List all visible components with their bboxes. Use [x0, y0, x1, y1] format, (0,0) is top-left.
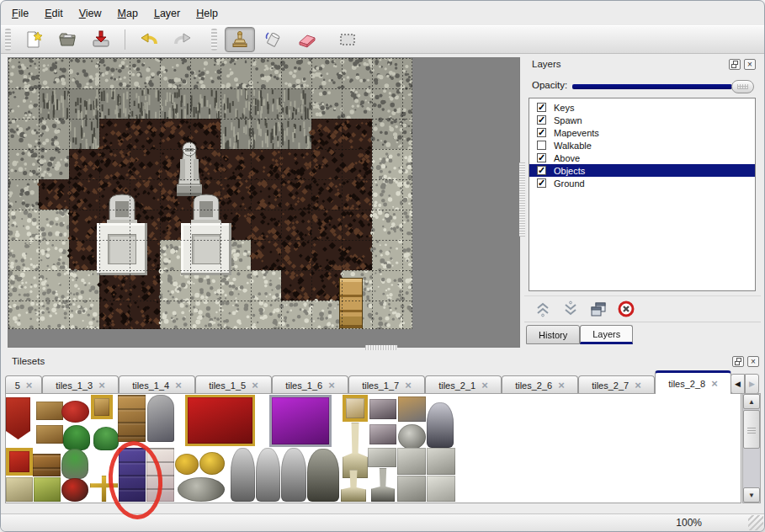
menu-item-edit[interactable]: Edit — [37, 5, 72, 22]
resize-grip[interactable] — [748, 515, 763, 530]
scrollbar-thumb[interactable] — [743, 410, 760, 449]
tileset-tab-5[interactable]: 5× — [5, 375, 42, 394]
tileset-tile-gold-pile[interactable] — [199, 452, 225, 475]
tileset-tile-red-banner[interactable] — [6, 397, 30, 439]
tileset-tile-framed-portrait[interactable] — [343, 395, 368, 422]
tileset-tab-tiles_1_4[interactable]: tiles_1_4× — [119, 375, 195, 394]
layer-row-keys[interactable]: ✓Keys — [529, 101, 755, 114]
tileset-tile-wall-tile-4[interactable] — [397, 476, 426, 502]
redo-button[interactable] — [167, 27, 198, 52]
tileset-tab-tiles_2_6[interactable]: tiles_2_6× — [502, 375, 578, 394]
tileset-tab-tiles_2_8[interactable]: tiles_2_8× — [655, 370, 731, 394]
menu-item-map[interactable]: Map — [110, 5, 146, 22]
checkbox-checked[interactable]: ✓ — [537, 178, 546, 188]
checkbox-checked[interactable]: ✓ — [537, 128, 546, 137]
layers-float-button[interactable] — [729, 59, 741, 70]
checkbox-checked[interactable]: ✓ — [537, 166, 546, 175]
toolbar-grip-2[interactable] — [211, 29, 217, 51]
tab-scroll-left-button[interactable]: ◀ — [730, 374, 745, 394]
tab-close-icon[interactable]: × — [26, 381, 33, 390]
layer-move-up-button[interactable] — [533, 299, 553, 319]
layer-row-spawn[interactable]: ✓Spawn — [529, 114, 755, 126]
tab-close-icon[interactable]: × — [405, 381, 412, 390]
save-map-button[interactable] — [86, 27, 116, 52]
map-canvas[interactable] — [8, 58, 519, 347]
tileset-tile-purple-throne[interactable] — [269, 395, 332, 447]
tileset-tab-tiles_2_1[interactable]: tiles_2_1× — [425, 375, 502, 394]
tileset-tile-loom-top[interactable] — [36, 402, 63, 420]
fill-tool-button[interactable] — [258, 27, 289, 52]
eraser-tool-button[interactable] — [292, 27, 322, 52]
menu-item-file[interactable]: File — [4, 5, 37, 22]
tileset-tile-angel-statue-1[interactable] — [256, 448, 280, 502]
menu-item-help[interactable]: Help — [189, 5, 226, 22]
tileset-tab-tiles_2_7[interactable]: tiles_2_7× — [578, 375, 655, 394]
tileset-tile-gold-chain[interactable] — [175, 454, 199, 475]
checkbox-unchecked[interactable] — [537, 141, 546, 150]
layer-move-down-button[interactable] — [560, 299, 581, 319]
layer-row-objects[interactable]: ✓Objects — [529, 164, 755, 177]
tileset-tile-wall-tile-2[interactable] — [397, 448, 426, 475]
tab-close-icon[interactable]: × — [98, 381, 105, 390]
tilesets-close-button[interactable]: × — [747, 356, 759, 367]
tileset-tile-potted-palm[interactable] — [61, 449, 88, 479]
tileset-tile-hooded-statue[interactable] — [231, 448, 255, 502]
layer-duplicate-button[interactable] — [588, 299, 608, 319]
tileset-tile-parchment[interactable] — [6, 477, 33, 502]
tab-close-icon[interactable]: × — [558, 381, 565, 390]
tileset-tile-stone-coffin-a[interactable] — [369, 399, 396, 419]
tileset-tab-tiles_1_5[interactable]: tiles_1_5× — [195, 375, 272, 394]
undo-button[interactable] — [134, 27, 164, 52]
opacity-slider-track[interactable] — [572, 84, 732, 89]
checkbox-checked[interactable]: ✓ — [537, 153, 546, 162]
menu-item-layer[interactable]: Layer — [146, 5, 189, 22]
layer-row-walkable[interactable]: Walkable — [529, 139, 755, 152]
tab-close-icon[interactable]: × — [635, 381, 641, 390]
tileset-tile-armor-pile[interactable] — [398, 424, 426, 450]
tab-close-icon[interactable]: × — [481, 381, 488, 390]
tileset-tile-wall-tile-1[interactable] — [368, 448, 396, 467]
tileset-tab-tiles_1_3[interactable]: tiles_1_3× — [42, 375, 119, 394]
tab-scroll-right-button[interactable]: ▶ — [745, 374, 759, 394]
layer-row-mapevents[interactable]: ✓Mapevents — [529, 126, 755, 139]
layer-row-ground[interactable]: ✓Ground — [529, 177, 755, 189]
tileset-tile-red-throne[interactable] — [185, 395, 255, 446]
open-map-button[interactable] — [52, 27, 82, 52]
stamp-tool-button[interactable] — [225, 27, 255, 52]
layer-delete-button[interactable] — [616, 299, 636, 319]
dock-tab-history[interactable]: History — [526, 325, 580, 344]
tileset-tile-green-flag[interactable] — [34, 477, 61, 502]
tileset-tile-wall-tile-5[interactable] — [427, 476, 455, 502]
tileset-tile-wooden-door[interactable] — [118, 395, 146, 442]
tileset-tile-wood-bench[interactable] — [398, 396, 426, 422]
tileset-tile-red-crest[interactable] — [6, 448, 33, 476]
tileset-tile-stone-gate[interactable] — [147, 395, 174, 442]
horizontal-splitter[interactable] — [365, 345, 397, 350]
dock-tab-layers[interactable]: Layers — [580, 325, 633, 344]
tileset-tile-knight-armor[interactable] — [427, 402, 454, 448]
tileset-tile-stone-pillar[interactable] — [371, 468, 395, 502]
tileset-tile-stone-coffin-b[interactable] — [369, 424, 396, 444]
tileset-tile-gargoyle-statue[interactable] — [307, 449, 339, 502]
checkbox-checked[interactable]: ✓ — [537, 115, 546, 125]
tilesets-float-button[interactable] — [732, 356, 744, 367]
menu-item-view[interactable]: View — [72, 5, 110, 22]
tab-close-icon[interactable]: × — [711, 380, 718, 388]
tileset-tab-tiles_1_6[interactable]: tiles_1_6× — [272, 375, 348, 394]
checkbox-checked[interactable]: ✓ — [537, 103, 546, 112]
tab-close-icon[interactable]: × — [175, 381, 182, 390]
tileset-tile-loom-bottom[interactable] — [36, 425, 63, 444]
scroll-down-button[interactable]: ▼ — [743, 487, 760, 503]
scroll-up-button[interactable]: ▲ — [743, 394, 760, 409]
tileset-tile-bookshelf[interactable] — [33, 454, 61, 476]
layer-row-above[interactable]: ✓Above — [529, 152, 755, 164]
tileset-tile-red-stool[interactable] — [61, 478, 88, 502]
tab-close-icon[interactable]: × — [328, 381, 335, 390]
tileset-tab-tiles_1_7[interactable]: tiles_1_7× — [348, 375, 425, 394]
tileset-tile-bush-plant[interactable] — [93, 427, 119, 450]
tileset-tile-red-cushion[interactable] — [61, 401, 89, 423]
opacity-slider-handle[interactable] — [731, 80, 754, 93]
tileset-tile-wall-tile-3[interactable] — [427, 448, 455, 475]
layers-close-button[interactable]: × — [744, 59, 756, 70]
select-tool-button[interactable] — [332, 27, 363, 52]
